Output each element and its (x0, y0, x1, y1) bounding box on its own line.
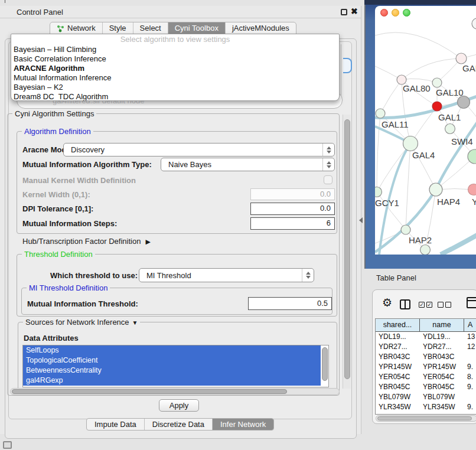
column-header[interactable]: shared... (376, 319, 420, 331)
network-node[interactable] (376, 109, 385, 118)
docked-panel-icon[interactable] (3, 441, 12, 449)
threshold-definition-title: Threshold Definition (22, 250, 95, 259)
table-row[interactable]: YER054CYER054C8. (376, 372, 476, 382)
hub-section-toggle[interactable]: Hub/Transcription Factor Definition▶ (22, 237, 151, 246)
tab-network[interactable]: Network (50, 22, 103, 34)
network-node-selected[interactable] (432, 102, 442, 111)
tab-discretize-data[interactable]: Discretize Data (145, 419, 213, 430)
focused-combo-fragment[interactable] (343, 58, 352, 73)
attribute-item[interactable]: TopologicalCoefficient (23, 356, 321, 366)
dropdown-item-selected[interactable]: ARACNE Algorithm (11, 64, 339, 73)
new-table-icon[interactable] (467, 297, 476, 308)
tab-impute-data[interactable]: Impute Data (87, 419, 145, 430)
network-node[interactable] (420, 245, 431, 255)
column-header[interactable]: name (420, 319, 464, 331)
scrollbar-thumb[interactable] (12, 389, 287, 394)
network-node[interactable] (468, 184, 476, 195)
network-node[interactable] (472, 18, 476, 29)
apply-button[interactable]: Apply (159, 399, 199, 412)
table-row[interactable]: YBL079WYBL079W (376, 392, 476, 402)
table-row[interactable]: YBR043CYBR043C (376, 352, 476, 362)
network-node-labels: GAL GAL80 GAL10 GAL1 GAL11 SWI4 GAL4 GCY… (375, 63, 476, 245)
table-panel-title: Table Panel (376, 273, 416, 282)
cyni-bottom-tabs: Impute Data Discretize Data Infer Networ… (86, 418, 274, 431)
kernel-width-label: Kernel Width (0,1): (22, 190, 90, 199)
table-row[interactable]: YDL19...YDL19...13 (376, 332, 476, 342)
mi-steps-label: Mutual Information Steps: (22, 219, 117, 228)
table-header-row: shared... name A (376, 319, 476, 332)
attribute-item[interactable]: gal4RGexp (23, 376, 321, 386)
float-window-icon[interactable] (341, 9, 347, 15)
svg-text:GAL11: GAL11 (382, 119, 409, 129)
mi-type-label: Mutual Information Algorithm Type: (22, 160, 152, 169)
scrollbar-thumb[interactable] (344, 119, 350, 379)
table-panel: ⚙ ✓✓ shared... name A YDL19...YDL19...13… (372, 289, 476, 424)
dropdown-item[interactable]: Mutual Information Inference (11, 73, 339, 83)
network-node[interactable] (432, 78, 442, 87)
dropdown-item[interactable]: Basic Correlation Inference (11, 54, 339, 64)
dpi-tolerance-field[interactable]: 0.0 (250, 203, 335, 215)
aracne-mode-combo[interactable]: Discovery (63, 143, 335, 156)
dropdown-item[interactable]: Bayesian – Hill Climbing (11, 45, 339, 54)
tab-select[interactable]: Select (133, 22, 168, 34)
deselect-all-columns-icon[interactable] (438, 302, 451, 308)
panel-collapse-arrow-icon[interactable] (359, 217, 363, 223)
network-canvas[interactable]: GAL GAL80 GAL10 GAL1 GAL11 SWI4 GAL4 GCY… (375, 17, 476, 255)
tab-cyni-toolbox[interactable]: Cyni Toolbox (168, 22, 226, 34)
network-node[interactable] (458, 96, 470, 109)
tab-style[interactable]: Style (103, 22, 133, 34)
settings-vertical-scrollbar[interactable] (343, 115, 351, 389)
table-row[interactable]: YLR345WYLR345W9. (376, 402, 476, 412)
mi-threshold-title: MI Threshold Definition (27, 283, 110, 292)
dropdown-item[interactable]: Bayesian – K2 (11, 83, 339, 92)
network-node[interactable] (375, 187, 382, 197)
spinner-arrows-icon (322, 144, 334, 156)
close-icon[interactable]: ✖ (351, 6, 358, 16)
gear-icon[interactable]: ⚙ (382, 297, 392, 308)
attribute-item[interactable]: SelfLoops (23, 345, 321, 356)
tab-network-label: Network (67, 22, 96, 34)
table-row[interactable]: YIL052CYIL052C9 (376, 412, 476, 415)
table-row[interactable]: YDR27...YDR27...12 (376, 342, 476, 352)
collapse-down-icon[interactable]: ▼ (132, 319, 138, 326)
tab-infer-network[interactable]: Infer Network (213, 419, 273, 430)
mi-type-combo[interactable]: Naive Bayes (161, 158, 335, 171)
column-header[interactable]: A (464, 319, 476, 331)
svg-text:GCY1: GCY1 (375, 198, 399, 208)
network-window: GAL GAL80 GAL10 GAL1 GAL11 SWI4 GAL4 GCY… (375, 6, 476, 255)
settings-horizontal-scrollbar[interactable] (10, 388, 340, 395)
mi-steps-field[interactable]: 6 (250, 217, 335, 230)
select-all-columns-icon[interactable]: ✓✓ (419, 302, 432, 308)
data-attributes-label: Data Attributes (24, 334, 79, 343)
mi-threshold-field[interactable]: 0.5 (248, 297, 332, 310)
control-panel-tabs: Network Style Select Cyni Toolbox jActiv… (50, 22, 296, 35)
window-minimize-icon[interactable] (392, 9, 399, 17)
network-node[interactable] (403, 136, 418, 151)
table-horizontal-scrollbar[interactable] (376, 415, 476, 422)
table-row[interactable]: YBR045CYBR045C9. (376, 382, 476, 392)
data-attributes-list[interactable]: SelfLoops TopologicalCoefficient Between… (22, 345, 329, 387)
tab-jactivemnodules[interactable]: jActiveMNodules (226, 22, 296, 34)
window-close-icon[interactable] (380, 9, 388, 17)
window-zoom-icon[interactable] (403, 9, 410, 17)
dropdown-item[interactable]: Dream8 DC_TDC Algorithm (11, 92, 339, 101)
network-node[interactable] (429, 183, 442, 196)
svg-text:SWI4: SWI4 (451, 136, 473, 146)
network-node[interactable] (445, 124, 455, 134)
attribute-item[interactable]: BetweennessCentrality (23, 366, 321, 376)
svg-text:GAL10: GAL10 (436, 87, 464, 97)
network-node[interactable] (456, 53, 467, 64)
list-vertical-scrollbar[interactable] (322, 347, 328, 381)
scrollbar-thumb[interactable] (377, 416, 472, 420)
svg-text:GAL80: GAL80 (403, 83, 431, 93)
manual-kernel-checkbox[interactable] (324, 175, 332, 184)
expand-right-icon[interactable]: ▶ (145, 238, 150, 246)
network-node[interactable] (401, 225, 410, 234)
columns-icon[interactable] (400, 299, 410, 309)
which-threshold-combo[interactable]: MI Threshold (139, 268, 314, 282)
sources-group-title[interactable]: Sources for Network Inference▼ (23, 318, 140, 327)
kernel-width-field[interactable]: 0.0 (250, 188, 335, 200)
table-row[interactable]: YPR145WYPR145W9. (376, 362, 476, 372)
mi-threshold-label: Mutual Information Threshold: (27, 299, 138, 308)
hidden-group-border (341, 44, 341, 99)
